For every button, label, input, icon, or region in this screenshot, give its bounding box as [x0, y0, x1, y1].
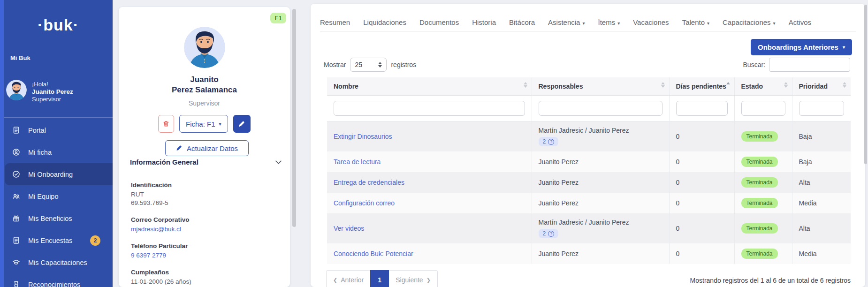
onboardings-anteriores-button[interactable]: Onboardings Anteriores ▾: [751, 39, 852, 55]
show-label: Mostrar: [324, 61, 346, 68]
search-label: Buscar:: [743, 61, 765, 68]
update-data-label: Actualizar Datos: [187, 144, 238, 152]
chevron-down-icon: [275, 160, 282, 164]
page-length-control: Mostrar 25 registros: [324, 58, 416, 72]
caret-down-icon: ▾: [843, 45, 845, 50]
column-header-dias-pendientes[interactable]: Días pendientes: [669, 77, 734, 96]
tab-vacaciones[interactable]: Vacaciones: [633, 18, 669, 26]
tab-bitacora[interactable]: Bitácora: [509, 18, 535, 26]
select-arrows-icon: [378, 62, 382, 68]
page-scrollbar[interactable]: [864, 4, 867, 285]
task-link[interactable]: Conociendo Buk: Potenciar: [334, 250, 413, 257]
status-badge: Terminada: [741, 198, 778, 208]
sort-asc-icon[interactable]: [726, 82, 730, 84]
sidebar-item-reconocimientos[interactable]: Reconocimientos: [0, 273, 113, 287]
field-cumpleanos: Cumpleaños 11-01-2000 (26 años): [131, 269, 281, 286]
sidebar-item-label: Mi Onboarding: [28, 171, 73, 178]
sort-icon[interactable]: [524, 82, 527, 88]
update-data-button[interactable]: Actualizar Datos: [165, 140, 249, 156]
task-link[interactable]: Extingir Dinosaurios: [334, 133, 392, 140]
chevron-left-icon: ❮: [333, 277, 337, 283]
filter-responsables-input[interactable]: [539, 101, 662, 116]
filter-estado-input[interactable]: [741, 101, 785, 116]
tab-resumen[interactable]: Resumen: [320, 18, 350, 26]
filter-dias-input[interactable]: [676, 101, 728, 116]
field-value: 69.593.769-5: [131, 199, 281, 207]
dias-pendientes-value: 0: [669, 172, 734, 193]
field-identificacion: Identificación RUT 69.593.769-5: [131, 181, 281, 207]
dias-pendientes-value: 0: [669, 243, 734, 264]
sidebar-item-label: Mis Beneficios: [28, 215, 72, 222]
status-badge: Terminada: [741, 157, 778, 167]
delete-button[interactable]: [158, 115, 174, 133]
responsables-text: Juanito Perez: [532, 151, 669, 172]
sidebar-item-mi-equipo[interactable]: Mi Equipo: [0, 185, 113, 207]
tab-historia[interactable]: Historia: [472, 18, 496, 26]
responsables-text: Juanito Perez: [532, 243, 669, 264]
profile-avatar: [184, 27, 225, 68]
sidebar-item-mis-encuestas[interactable]: Mis Encuestas 2: [0, 229, 113, 251]
column-header-nombre[interactable]: Nombre: [327, 77, 532, 96]
sidebar-item-mis-beneficios[interactable]: Mis Beneficios: [0, 207, 113, 229]
info-general-header[interactable]: Información General: [130, 158, 282, 166]
profile-scrollbar[interactable]: [292, 7, 296, 287]
sidebar-item-mi-ficha[interactable]: Mi ficha: [0, 141, 113, 163]
corporate-email-link[interactable]: mjadresic@buk.cl: [131, 226, 181, 233]
responsables-count-badge[interactable]: 2?: [539, 137, 559, 146]
task-link[interactable]: Ver videos: [334, 225, 364, 232]
search-input[interactable]: [769, 58, 850, 72]
phone-link[interactable]: 9 6397 2779: [131, 252, 166, 259]
column-header-prioridad[interactable]: Prioridad: [792, 77, 851, 96]
task-link[interactable]: Tarea de lectura: [334, 158, 381, 166]
table-filter-row: [327, 96, 851, 121]
field-telefono-particular: Teléfono Particular 9 6397 2779: [131, 242, 281, 260]
sidebar-item-mi-onboarding[interactable]: Mi Onboarding: [5, 163, 113, 185]
profile-panel: F1 Juanito Perez Salamanca Supervisor: [119, 7, 290, 287]
tab-items[interactable]: Ítems▾: [598, 18, 620, 26]
column-header-responsables[interactable]: Responsables: [532, 77, 669, 96]
caret-down-icon: ▾: [773, 21, 776, 26]
question-circle-icon: ?: [548, 139, 554, 145]
filter-prioridad-input[interactable]: [799, 101, 845, 116]
column-header-estado[interactable]: Estado: [734, 77, 792, 96]
edit-button[interactable]: [233, 115, 251, 133]
sidebar-item-mis-capacitaciones[interactable]: Mis Capacitaciones: [0, 251, 113, 273]
field-label: Cumpleaños: [131, 269, 281, 276]
sidebar-item-portal[interactable]: Portal: [0, 119, 113, 141]
prioridad-value: Media: [792, 193, 851, 213]
task-link[interactable]: Configuración correo: [334, 199, 395, 207]
onboardings-anteriores-label: Onboardings Anteriores: [758, 43, 838, 51]
tab-documentos[interactable]: Documentos: [419, 18, 459, 26]
page-length-select[interactable]: 25: [350, 58, 387, 72]
tab-liquidaciones[interactable]: Liquidaciones: [363, 18, 406, 26]
survey-icon: [12, 236, 21, 245]
buk-logo: ·buk·: [4, 16, 113, 34]
caret-down-icon: ▾: [219, 121, 221, 127]
previous-page-button[interactable]: ❮ Anterior: [326, 270, 370, 287]
ficha-dropdown-button[interactable]: Ficha: F1 ▾: [179, 115, 228, 133]
tab-activos[interactable]: Activos: [789, 18, 811, 26]
sort-icon[interactable]: [661, 82, 665, 88]
ficha-dropdown-label: Ficha: F1: [186, 120, 215, 128]
main-panel: Resumen Liquidaciones Documentos Histori…: [311, 4, 865, 287]
field-value: 11-01-2000 (26 años): [131, 278, 281, 286]
current-page-button[interactable]: 1: [370, 270, 389, 287]
tab-talento[interactable]: Talento▾: [682, 18, 709, 26]
sidebar-item-label: Portal: [28, 127, 46, 134]
search-control: Buscar:: [743, 58, 850, 72]
sort-icon[interactable]: [784, 82, 788, 88]
tab-capacitaciones[interactable]: Capacitaciones▾: [723, 18, 776, 26]
sidebar-user-block[interactable]: ¡Hola! Juanito Perez Supervisor: [6, 80, 73, 103]
filter-nombre-input[interactable]: [334, 101, 525, 116]
onboarding-tasks-table: Nombre Responsables Días pendientes Esta…: [327, 77, 851, 264]
next-page-button[interactable]: Siguiente ❯: [389, 270, 438, 287]
task-link[interactable]: Entrega de credenciales: [334, 179, 404, 186]
tab-asistencia[interactable]: Asistencia▾: [548, 18, 585, 26]
prioridad-value: Alta: [792, 172, 851, 193]
sort-icon[interactable]: [843, 82, 846, 88]
tab-bar: Resumen Liquidaciones Documentos Histori…: [320, 13, 856, 32]
responsables-count-badge[interactable]: 2?: [539, 229, 559, 238]
profile-actions: Ficha: F1 ▾: [158, 115, 251, 133]
table-row: Tarea de lectura Juanito Perez 0 Termina…: [327, 151, 851, 172]
profile-name-line1: Juanito: [119, 75, 290, 85]
